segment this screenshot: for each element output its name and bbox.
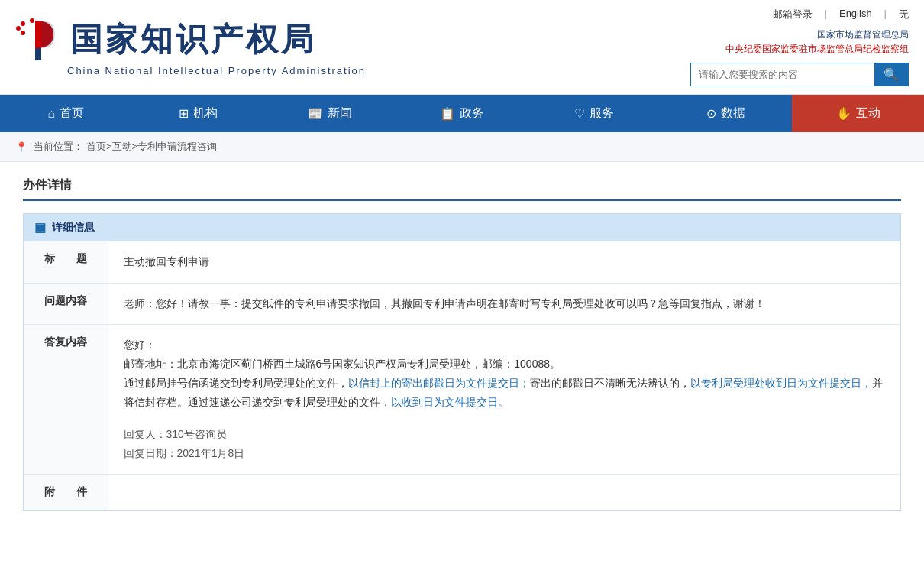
table-row-answer: 答复内容 您好： 邮寄地址：北京市海淀区蓟门桥西土城路6号国家知识产权局专利局受…	[24, 324, 900, 474]
nav-data-label: 数据	[721, 105, 745, 122]
reply-meta: 回复人：310号咨询员 回复日期：2021年1月8日	[124, 425, 886, 463]
nav-data[interactable]: ⊙ 数据	[660, 95, 792, 132]
label-attachment: 附 件	[24, 474, 108, 510]
nav-service[interactable]: ♡ 服务	[528, 95, 660, 132]
table-row-question: 问题内容 老师：您好！请教一事：提交纸件的专利申请要求撤回，其撤回专利申请声明在…	[24, 283, 900, 324]
answer-para1-p2: 以信封上的寄出邮戳日为文件提交日；	[348, 377, 530, 389]
nav-interact-label: 互动	[856, 105, 880, 122]
divider1: |	[825, 8, 827, 21]
detail-table: 标 题 主动撤回专利申请 问题内容 老师：您好！请教一事：提交纸件的专利申请要求…	[24, 241, 900, 510]
org1-link[interactable]: 国家市场监督管理总局	[817, 28, 909, 42]
svg-point-1	[30, 18, 34, 23]
answer-para1-p1: 通过邮局挂号信函递交到专利局受理处的文件，	[124, 377, 348, 389]
answer-greeting: 您好：	[124, 339, 156, 351]
org-links: 国家市场监督管理总局 中央纪委国家监委驻市场监管总局纪检监察组	[725, 28, 909, 57]
value-answer: 您好： 邮寄地址：北京市海淀区蓟门桥西土城路6号国家知识产权局专利局受理处，邮编…	[108, 324, 900, 474]
nav-home[interactable]: ⌂ 首页	[0, 95, 132, 132]
reply-date: 回复日期：2021年1月8日	[124, 444, 886, 463]
search-input[interactable]	[691, 63, 874, 86]
logo-area: 国家知识产权局 China National Intellectual Prop…	[15, 18, 366, 76]
main-nav: ⌂ 首页 ⊞ 机构 📰 新闻 📋 政务 ♡ 服务 ⊙ 数据 ✋ 互动	[0, 95, 924, 132]
value-question: 老师：您好！请教一事：提交纸件的专利申请要求撤回，其撤回专利申请声明在邮寄时写专…	[108, 283, 900, 324]
table-row-title: 标 题 主动撤回专利申请	[24, 241, 900, 283]
org2-link[interactable]: 中央纪委国家监委驻市场监管总局纪检监察组	[725, 42, 909, 57]
main-content: 办件详情 ▣ 详细信息 标 题 主动撤回专利申请 问题内容 老师：您好！请教一事…	[0, 162, 924, 526]
logo-icon	[15, 18, 60, 62]
nav-institution[interactable]: ⊞ 机构	[132, 95, 264, 132]
answer-para1-p6: 以收到日为文件提交日。	[391, 396, 509, 408]
institution-icon: ⊞	[179, 106, 189, 121]
detail-box-header: ▣ 详细信息	[24, 214, 900, 241]
nav-home-label: 首页	[60, 105, 84, 122]
affairs-icon: 📋	[440, 106, 455, 121]
interact-icon: ✋	[836, 106, 851, 121]
home-icon: ⌂	[48, 107, 56, 121]
data-icon: ⊙	[706, 106, 716, 121]
section-title: 办件详情	[23, 177, 901, 201]
nav-news[interactable]: 📰 新闻	[264, 95, 396, 132]
search-bar: 🔍	[690, 63, 909, 86]
news-icon: 📰	[308, 106, 323, 121]
breadcrumb: 📍 当前位置： 首页>互动>专利申请流程咨询	[0, 132, 924, 162]
svg-point-2	[21, 31, 25, 35]
location-icon: 📍	[15, 141, 27, 153]
label-answer: 答复内容	[24, 324, 108, 474]
header: 国家知识产权局 China National Intellectual Prop…	[0, 0, 924, 95]
detail-header-icon: ▣	[34, 220, 46, 235]
detail-header-label: 详细信息	[52, 221, 95, 235]
divider2: |	[884, 8, 887, 21]
label-question: 问题内容	[24, 283, 108, 324]
nav-interact[interactable]: ✋ 互动	[792, 95, 924, 132]
svg-point-0	[21, 21, 25, 26]
nav-service-label: 服务	[590, 105, 614, 122]
label-title: 标 题	[24, 241, 108, 283]
nav-institution-label: 机构	[193, 105, 218, 122]
value-title: 主动撤回专利申请	[108, 241, 900, 283]
logo-english: China National Intellectual Property Adm…	[67, 65, 366, 76]
mail-login-link[interactable]: 邮箱登录	[773, 8, 813, 21]
svg-point-3	[16, 26, 21, 31]
nav-news-label: 新闻	[328, 105, 352, 122]
answer-address: 邮寄地址：北京市海淀区蓟门桥西土城路6号国家知识产权局专利局受理处，邮编：100…	[124, 358, 561, 370]
header-right: 邮箱登录 | English | 无 国家市场监督管理总局 中央纪委国家监委驻市…	[690, 8, 909, 86]
nav-affairs[interactable]: 📋 政务	[396, 95, 528, 132]
breadcrumb-label: 当前位置：	[34, 140, 83, 154]
english-link[interactable]: English	[839, 8, 872, 21]
breadcrumb-path[interactable]: 首页>互动>专利申请流程咨询	[86, 140, 217, 154]
table-row-attachment: 附 件	[24, 474, 900, 510]
answer-para1-p4: 以专利局受理处收到日为文件提交日，	[690, 377, 872, 389]
search-button[interactable]: 🔍	[874, 63, 908, 86]
reply-person: 回复人：310号咨询员	[124, 425, 886, 444]
service-icon: ♡	[574, 106, 585, 121]
nav-affairs-label: 政务	[460, 105, 484, 122]
detail-box: ▣ 详细信息 标 题 主动撤回专利申请 问题内容 老师：您好！请教一事：提交纸件…	[23, 213, 901, 511]
top-links: 邮箱登录 | English | 无	[773, 8, 909, 21]
value-attachment	[108, 474, 900, 510]
no-link[interactable]: 无	[899, 8, 909, 21]
answer-para1-p3: 寄出的邮戳日不清晰无法辨认的，	[530, 377, 690, 389]
logo-chinese: 国家知识产权局	[15, 18, 366, 62]
